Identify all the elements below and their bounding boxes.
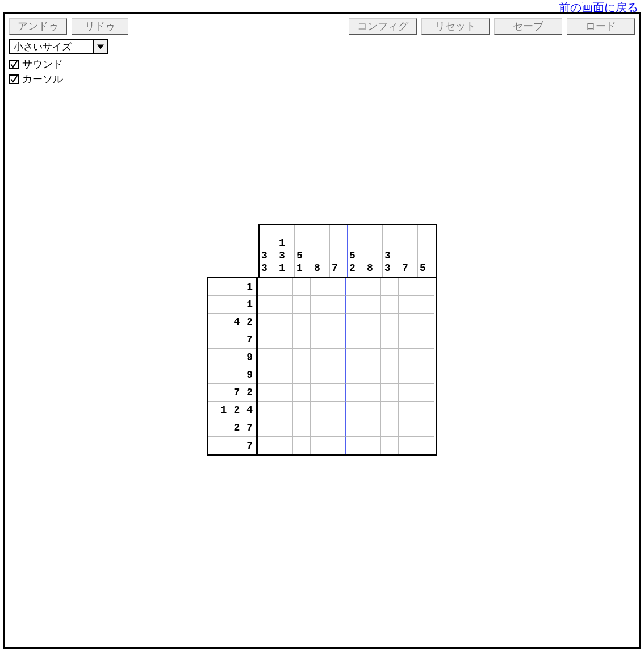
- grid-cell[interactable]: [416, 419, 434, 437]
- grid-cell[interactable]: [346, 384, 363, 402]
- grid-cell[interactable]: [363, 366, 381, 384]
- grid-cell[interactable]: [275, 437, 293, 454]
- grid-cell[interactable]: [363, 384, 381, 402]
- grid-cell[interactable]: [258, 419, 275, 437]
- grid-cell[interactable]: [381, 384, 399, 402]
- grid-cell[interactable]: [363, 314, 381, 331]
- sound-checkbox[interactable]: [9, 60, 19, 69]
- grid-cell[interactable]: [258, 296, 275, 314]
- grid-cell[interactable]: [275, 296, 293, 314]
- grid-cell[interactable]: [328, 349, 346, 366]
- grid-cell[interactable]: [381, 402, 399, 419]
- grid-cell[interactable]: [275, 331, 293, 349]
- grid-cell[interactable]: [363, 331, 381, 349]
- grid-cell[interactable]: [258, 366, 275, 384]
- grid-cell[interactable]: [416, 331, 434, 349]
- grid-cell[interactable]: [311, 349, 328, 366]
- grid-cell[interactable]: [293, 402, 311, 419]
- grid-cell[interactable]: [381, 437, 399, 454]
- grid-cell[interactable]: [381, 419, 399, 437]
- grid-cell[interactable]: [311, 296, 328, 314]
- grid-cell[interactable]: [328, 314, 346, 331]
- grid-cell[interactable]: [399, 366, 416, 384]
- grid-cell[interactable]: [328, 419, 346, 437]
- grid-cell[interactable]: [399, 296, 416, 314]
- grid-cell[interactable]: [275, 314, 293, 331]
- grid-cell[interactable]: [311, 314, 328, 331]
- grid-cell[interactable]: [328, 331, 346, 349]
- grid-cell[interactable]: [399, 437, 416, 454]
- grid-cell[interactable]: [399, 402, 416, 419]
- config-button[interactable]: コンフィグ: [349, 18, 417, 35]
- grid-cell[interactable]: [293, 366, 311, 384]
- grid-cell[interactable]: [399, 331, 416, 349]
- undo-button[interactable]: アンドゥ: [9, 18, 67, 35]
- grid-cell[interactable]: [399, 419, 416, 437]
- grid-cell[interactable]: [381, 314, 399, 331]
- grid-cell[interactable]: [346, 331, 363, 349]
- grid-cell[interactable]: [399, 314, 416, 331]
- grid-cell[interactable]: [363, 402, 381, 419]
- grid-cell[interactable]: [346, 437, 363, 454]
- grid-cell[interactable]: [346, 402, 363, 419]
- grid-cell[interactable]: [311, 419, 328, 437]
- grid-cell[interactable]: [346, 314, 363, 331]
- grid-cell[interactable]: [293, 314, 311, 331]
- grid-cell[interactable]: [416, 314, 434, 331]
- grid-cell[interactable]: [346, 366, 363, 384]
- grid-cell[interactable]: [311, 366, 328, 384]
- grid-cell[interactable]: [275, 419, 293, 437]
- grid-cell[interactable]: [275, 278, 293, 296]
- grid-cell[interactable]: [258, 384, 275, 402]
- grid-cell[interactable]: [399, 349, 416, 366]
- grid-cell[interactable]: [381, 366, 399, 384]
- grid-cell[interactable]: [311, 278, 328, 296]
- grid-cell[interactable]: [311, 384, 328, 402]
- grid-cell[interactable]: [363, 419, 381, 437]
- puzzle-grid[interactable]: [258, 278, 434, 454]
- grid-cell[interactable]: [328, 296, 346, 314]
- grid-cell[interactable]: [311, 331, 328, 349]
- redo-button[interactable]: リドゥ: [72, 18, 128, 35]
- grid-cell[interactable]: [416, 349, 434, 366]
- grid-cell[interactable]: [346, 349, 363, 366]
- grid-cell[interactable]: [416, 278, 434, 296]
- grid-cell[interactable]: [416, 296, 434, 314]
- grid-cell[interactable]: [293, 349, 311, 366]
- grid-cell[interactable]: [416, 384, 434, 402]
- grid-cell[interactable]: [275, 402, 293, 419]
- grid-cell[interactable]: [293, 384, 311, 402]
- grid-cell[interactable]: [363, 296, 381, 314]
- grid-cell[interactable]: [311, 402, 328, 419]
- grid-cell[interactable]: [258, 331, 275, 349]
- load-button[interactable]: ロード: [567, 18, 635, 35]
- grid-cell[interactable]: [258, 402, 275, 419]
- grid-cell[interactable]: [275, 349, 293, 366]
- grid-cell[interactable]: [416, 366, 434, 384]
- grid-cell[interactable]: [258, 278, 275, 296]
- grid-cell[interactable]: [275, 384, 293, 402]
- reset-button[interactable]: リセット: [421, 18, 490, 35]
- grid-cell[interactable]: [258, 349, 275, 366]
- grid-cell[interactable]: [328, 402, 346, 419]
- save-button[interactable]: セーブ: [494, 18, 562, 35]
- grid-cell[interactable]: [416, 437, 434, 454]
- grid-cell[interactable]: [381, 278, 399, 296]
- grid-cell[interactable]: [416, 402, 434, 419]
- grid-cell[interactable]: [328, 437, 346, 454]
- size-select[interactable]: 小さいサイズ: [9, 39, 108, 54]
- grid-cell[interactable]: [399, 384, 416, 402]
- grid-cell[interactable]: [363, 437, 381, 454]
- grid-cell[interactable]: [399, 278, 416, 296]
- grid-cell[interactable]: [258, 314, 275, 331]
- grid-cell[interactable]: [293, 419, 311, 437]
- grid-cell[interactable]: [328, 278, 346, 296]
- grid-cell[interactable]: [311, 437, 328, 454]
- grid-cell[interactable]: [381, 331, 399, 349]
- grid-cell[interactable]: [293, 296, 311, 314]
- grid-cell[interactable]: [381, 296, 399, 314]
- grid-cell[interactable]: [293, 331, 311, 349]
- grid-cell[interactable]: [363, 278, 381, 296]
- grid-cell[interactable]: [293, 278, 311, 296]
- grid-cell[interactable]: [346, 419, 363, 437]
